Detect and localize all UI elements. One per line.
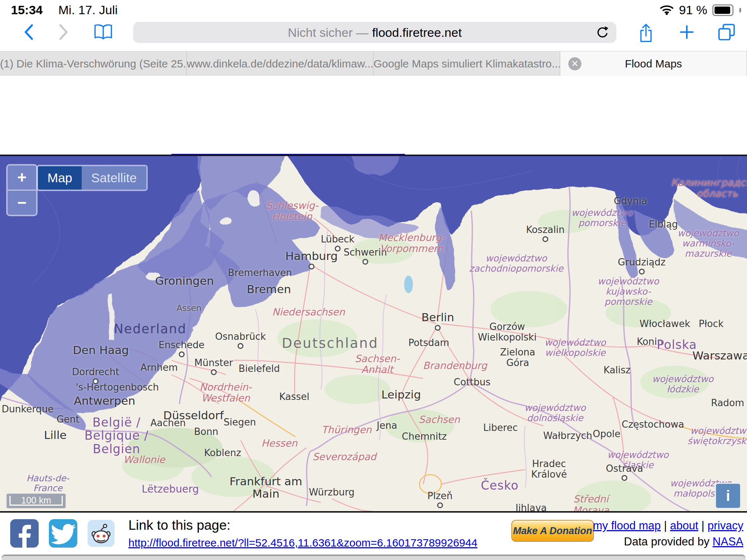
map-label: Leipzig (381, 388, 421, 401)
map-label: Siegen (224, 417, 256, 428)
map-label: Lëtzebuerg (142, 483, 199, 495)
map-label: Würzburg (309, 487, 355, 498)
flood-map-canvas[interactable]: GdyniaElblągKoszalinLübeckSchwerinHambur… (0, 155, 747, 513)
map-label: Aachen (150, 418, 186, 429)
map-label: Kalisz (604, 365, 631, 376)
data-provided-label: Data provided by (624, 535, 713, 548)
map-label: Bremerhaven (228, 268, 292, 279)
map-label: Kassel (279, 392, 309, 402)
satellite-view-button[interactable]: Satellite (82, 166, 146, 190)
share-icon[interactable] (637, 23, 654, 42)
map-label: Częstochowa (622, 420, 684, 430)
map-label: Gdynia (614, 196, 647, 206)
address-bar[interactable]: Nicht sicher — flood.firetree.net (133, 22, 616, 43)
zoom-in-button[interactable]: + (8, 166, 36, 191)
link-to-page-label: Link to this page: (128, 518, 231, 533)
reddit-share-icon[interactable] (88, 520, 115, 547)
nasa-link[interactable]: NASA (713, 535, 743, 548)
map-label: Münster (194, 358, 233, 375)
city-marker (362, 259, 368, 265)
url-host: flood.firetree.net (372, 26, 462, 40)
map-label: województwo zachodniopomorskie (469, 253, 563, 274)
map-label: Калининградская область (671, 177, 747, 199)
map-label: województwo pomorskie (572, 208, 633, 228)
new-tab-icon[interactable] (678, 23, 695, 42)
map-label: Grudziądz (618, 257, 666, 275)
tab-dinkela[interactable]: www.dinkela.de/ddezine/data/klimaw... (187, 51, 374, 76)
map-label: Bielefeld (239, 364, 280, 374)
city-marker (542, 236, 548, 242)
map-label: Lille (44, 428, 66, 441)
reload-icon[interactable] (595, 26, 610, 40)
info-button[interactable]: i (715, 483, 741, 509)
city-marker (93, 378, 98, 384)
map-label: Den Haag (73, 343, 129, 356)
map-label: Wałbrzych (543, 431, 592, 441)
zoom-out-button[interactable]: − (8, 191, 36, 215)
map-label: Potsdam (408, 338, 449, 349)
map-label: Deutschland (282, 336, 379, 351)
map-label: Warszawa (692, 349, 747, 362)
facebook-share-icon[interactable] (10, 519, 39, 548)
permalink-url[interactable]: http://flood.firetree.net/?ll=52.4516,11… (128, 537, 477, 549)
map-label: Hamburg (285, 250, 338, 270)
map-label: województwo wielkopolskie (545, 338, 606, 358)
close-tab-icon[interactable]: ✕ (568, 57, 581, 70)
map-label: België / Belgique / Belgien (84, 416, 148, 456)
map-label: Bonn (194, 427, 218, 437)
map-label: Ostrava (606, 463, 643, 481)
privacy-link[interactable]: privacy (708, 519, 743, 532)
zoom-control: + − (6, 164, 38, 216)
map-label: Jihlava (515, 503, 547, 513)
map-label: Gent (57, 414, 80, 425)
map-label: Jena (377, 421, 397, 431)
map-label: Antwerpen (74, 394, 135, 407)
map-label: Gorzów Wielkopolski (478, 322, 537, 343)
map-label: Severozápad (313, 451, 376, 462)
map-label: Liberec (483, 423, 518, 433)
map-label: województwo kujawsko- pomorskie (597, 276, 659, 307)
city-marker (237, 343, 243, 349)
city-marker (622, 475, 627, 481)
twitter-share-icon[interactable] (49, 519, 77, 548)
bottom-strip (1, 555, 746, 560)
map-label: Nederland (114, 322, 186, 337)
map-label: Lübeck (321, 234, 355, 252)
map-label: Elbląg (649, 219, 678, 230)
battery-percent: 91 % (679, 3, 708, 17)
status-bar: 15:34 Mi. 17. Juli 91 % (0, 0, 747, 20)
browser-toolbar: Nicht sicher — flood.firetree.net (0, 20, 747, 46)
battery-icon (712, 4, 734, 16)
map-label: województwo dolnośląskie (524, 403, 585, 423)
wifi-icon (659, 4, 674, 16)
map-label: województwo śląskie (607, 450, 669, 470)
city-marker (309, 264, 314, 269)
map-label: Groningen (155, 275, 214, 287)
bookmarks-icon[interactable] (93, 23, 111, 42)
about-link[interactable]: about (670, 519, 698, 532)
map-label: 's-Hertogenbosch (76, 382, 159, 393)
city-marker (335, 246, 341, 252)
map-label: Frankfurt am Main (229, 475, 302, 500)
my-flood-map-link[interactable]: my flood map (593, 519, 661, 532)
tab-flood-maps-active[interactable]: ✕ Flood Maps (560, 51, 747, 76)
map-label: Hauts-de- France (26, 474, 69, 493)
city-marker (639, 269, 645, 275)
map-label: Střední Morava (573, 494, 609, 513)
map-label: Płock (699, 319, 724, 329)
map-label: Dunkerque (2, 404, 54, 415)
map-label: Thüringen (322, 424, 372, 435)
tab-google-maps-simuliert[interactable]: Google Maps simuliert Klimakatastro... (374, 51, 560, 76)
map-label: Nordrhein- Westfalen (200, 381, 252, 403)
tab-klima-verschwoerung[interactable]: (1) Die Klima-Verschwörung (Seite 25... (0, 51, 187, 76)
map-view-button[interactable]: Map (38, 166, 82, 190)
donate-button[interactable]: Make A Donation (511, 520, 594, 542)
city-marker (211, 369, 217, 375)
map-label: Wallonie (123, 454, 165, 465)
back-button[interactable] (20, 23, 38, 42)
map-label: Hessen (262, 438, 298, 449)
tabs-overview-icon[interactable] (717, 23, 735, 42)
map-label: Brandenburg (423, 360, 487, 371)
forward-button[interactable] (55, 23, 72, 42)
map-label: Hradec Králové (531, 459, 567, 480)
